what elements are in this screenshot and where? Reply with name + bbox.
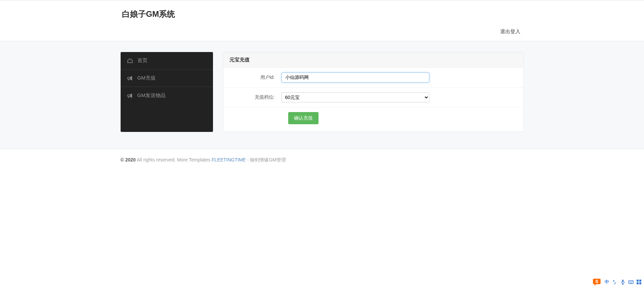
user-id-control [282, 73, 429, 83]
form-row-user-id: 用户id: [223, 68, 523, 88]
user-id-label: 用户id: [229, 75, 282, 81]
user-id-input[interactable] [282, 73, 429, 83]
sidebar: 首页 GM充值 GM发送物品 [121, 52, 213, 132]
bullhorn-icon [127, 76, 133, 81]
footer-rights: All rights reserved. More Templates [136, 157, 212, 162]
main: 元宝充值 用户id: 充值档位: 60元宝 确认充 [223, 52, 524, 132]
form-row-tier: 充值档位: 60元宝 [223, 88, 523, 107]
tier-label: 充值档位: [229, 94, 282, 100]
footer-region: © 2020 All rights reserved. More Templat… [0, 149, 644, 171]
form-actions: 确认充值 [223, 107, 523, 132]
content: 首页 GM充值 GM发送物品 元宝充值 用户id: [121, 52, 524, 132]
sidebar-item-label: GM充值 [137, 75, 156, 81]
logout-link[interactable]: 退出登入 [500, 29, 520, 35]
topnav-region: 退出登入 [0, 25, 644, 41]
sidebar-item-gm-send-items[interactable]: GM发送物品 [121, 87, 213, 104]
tier-control: 60元宝 [282, 92, 429, 102]
dashboard-icon [127, 58, 133, 63]
footer-copyright: © 2020 [121, 157, 136, 162]
confirm-recharge-button[interactable]: 确认充值 [288, 112, 318, 124]
footer: © 2020 All rights reserved. More Templat… [121, 157, 524, 163]
sidebar-item-label: 首页 [137, 57, 147, 64]
footer-link[interactable]: FLEETINGTIME [212, 157, 246, 162]
header: 白娘子GM系统 [121, 0, 524, 25]
bullhorn-icon [127, 93, 133, 98]
tier-select[interactable]: 60元宝 [282, 92, 429, 102]
sidebar-item-label: GM发送物品 [137, 92, 166, 99]
topnav: 退出登入 [121, 25, 524, 41]
sidebar-item-home[interactable]: 首页 [121, 52, 213, 69]
sidebar-item-gm-recharge[interactable]: GM充值 [121, 69, 213, 87]
content-region: 首页 GM充值 GM发送物品 元宝充值 用户id: [0, 41, 644, 149]
recharge-panel: 元宝充值 用户id: 充值档位: 60元宝 确认充 [223, 52, 524, 132]
panel-title: 元宝充值 [223, 52, 523, 68]
brand-title: 白娘子GM系统 [121, 9, 524, 19]
header-region: 白娘子GM系统 退出登入 [0, 0, 644, 41]
footer-suffix: - 御剑情缘GM管理 [246, 157, 286, 162]
